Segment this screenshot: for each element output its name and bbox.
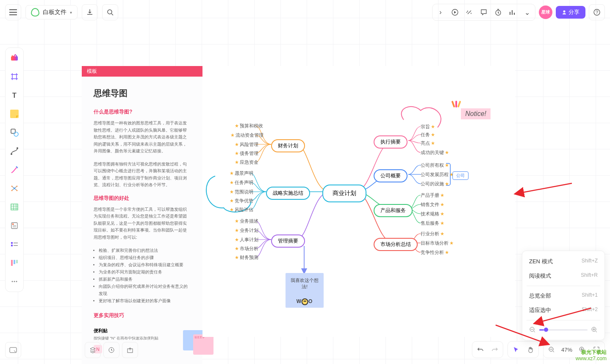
mindmap-leaf[interactable]: 宗旨★ <box>421 124 436 130</box>
sticky-note[interactable]: 我喜欢这个想法! WO <box>286 273 324 308</box>
zoom-out-icon[interactable] <box>544 342 559 357</box>
text-tool-icon[interactable]: T <box>8 88 21 102</box>
mindmap-leaf[interactable]: ★流动资金管理 <box>230 132 263 138</box>
share-button[interactable]: 分享 <box>556 6 585 19</box>
mindmap-tag[interactable]: 公司 <box>452 171 469 180</box>
watermark: 极光下载站 www.xz7.com <box>576 349 607 362</box>
mindmap-leaf[interactable]: 公司所有权★ <box>421 163 450 168</box>
mindmap-center-node[interactable]: 商业计划 <box>322 185 366 202</box>
mindmap-leaf[interactable]: ★市场分析 <box>234 246 258 252</box>
mindmap-leaf[interactable]: ★财务预测 <box>234 255 258 261</box>
history-icon[interactable] <box>103 342 119 358</box>
mindmap-leaf[interactable]: 行业分析★ <box>421 231 445 237</box>
cursor-tool-icon[interactable] <box>509 342 523 357</box>
redo-icon[interactable] <box>488 342 502 357</box>
shape-tool-icon[interactable] <box>8 126 21 139</box>
zoom-in-icon[interactable] <box>591 326 598 333</box>
mindmap-leaf[interactable]: 公司发展历程★ <box>421 172 455 178</box>
ctx-zen[interactable]: ZEN 模式Shift+Z <box>522 254 604 269</box>
table-tool-icon[interactable] <box>8 200 21 214</box>
comment-icon[interactable] <box>477 5 491 19</box>
notice-callout[interactable]: Notice! <box>461 108 491 119</box>
mindmap-node[interactable]: 公司概要 <box>374 169 408 182</box>
kanban-tool-icon[interactable] <box>8 256 21 270</box>
mindmap-leaf[interactable]: ★愿景声明 <box>229 171 253 176</box>
sticky-tool-icon[interactable] <box>8 107 21 121</box>
minimap-icon[interactable] <box>5 342 21 358</box>
mindmap-leaf[interactable]: 销售文件★ <box>421 202 445 208</box>
image-tool-icon[interactable] <box>8 51 21 65</box>
more-chevron-icon[interactable]: ⌄ <box>520 5 534 19</box>
zoom-value[interactable]: 47% <box>559 347 575 353</box>
annotation-arrow <box>517 180 576 197</box>
more-tools-icon[interactable] <box>8 275 21 288</box>
mindmap-leaf[interactable]: 技术规格★ <box>421 211 445 217</box>
mindmap-leaf[interactable]: ★业务描述 <box>234 218 258 224</box>
zoom-slider[interactable] <box>539 329 588 331</box>
hand-tool-icon[interactable] <box>523 342 538 357</box>
mindmap-leaf[interactable]: 公司的设施★ <box>421 181 450 187</box>
woo-emoji: WO <box>297 298 313 305</box>
mindmap-leaf[interactable]: ★任务声明 <box>229 180 253 186</box>
mindmap-leaf[interactable]: ★范围说明 <box>229 189 253 195</box>
mindmap-node[interactable]: 管理摘要 <box>271 234 305 248</box>
template-text: 思维导图拥有独特方法可视化思维的发散过程，勾可以围绕中心概念进行思考，并脑和某项… <box>94 161 191 189</box>
mindmap-leaf[interactable]: 成功的关键★ <box>421 150 450 156</box>
mindmap-tool-icon[interactable] <box>8 182 21 195</box>
play-icon[interactable] <box>448 5 462 19</box>
pen-tool-icon[interactable] <box>8 163 21 176</box>
mindmap-leaf[interactable]: ★业务计划 <box>234 228 258 234</box>
tip-text: 按快捷键 "N" 在画布中快速添加便利贴 <box>94 336 191 342</box>
mindmap-node[interactable]: 产品和服务 <box>374 204 413 217</box>
bottom-center-toolbar <box>85 342 138 358</box>
ctx-read[interactable]: 阅读模式Shift+R <box>522 269 604 283</box>
list-tool-icon[interactable] <box>8 237 21 251</box>
mindmap-node[interactable]: 战略实施总结 <box>266 187 310 200</box>
mindmap-canvas[interactable]: 商业计划 财务计划 战略实施总结 管理摘要 执行摘要 公司概要 产品和服务 市场… <box>202 66 515 337</box>
user-avatar[interactable]: 星球 <box>539 6 552 19</box>
svg-point-12 <box>14 188 15 189</box>
ctx-zoom-slider[interactable] <box>522 323 604 336</box>
svg-rect-20 <box>11 242 13 244</box>
timer-icon[interactable] <box>491 5 505 19</box>
chart-icon[interactable] <box>505 5 520 19</box>
file-dropdown[interactable]: 白板文件 ▾ <box>25 5 78 19</box>
mindmap-leaf[interactable]: 目标市场分析★ <box>421 240 455 246</box>
download-icon[interactable] <box>82 4 98 20</box>
mindmap-leaf[interactable]: 售后服务★ <box>421 221 445 226</box>
mindmap-leaf[interactable]: ★竞争优势 <box>229 198 253 204</box>
mindmap-leaf[interactable]: ★债务管理 <box>234 151 258 157</box>
help-icon[interactable]: ? <box>589 4 605 20</box>
chevron-right-icon[interactable]: › <box>433 5 448 19</box>
mindmap-node[interactable]: 财务计划 <box>271 139 305 152</box>
hamburger-icon[interactable] <box>5 4 21 20</box>
template-title: 思维导图 <box>94 88 191 99</box>
mindmap-leaf[interactable]: ★风险管理 <box>234 142 258 148</box>
connector-tool-icon[interactable] <box>8 144 21 158</box>
sticky-preview: 双击文字 <box>193 334 214 355</box>
sparkle-icon[interactable] <box>462 5 477 19</box>
frame-tool-icon[interactable] <box>8 70 21 83</box>
mindmap-leaf[interactable]: 亮点★ <box>421 141 436 146</box>
section-heading: 思维导图的好处 <box>94 195 191 202</box>
mindmap-leaf[interactable]: ★风险评估 <box>229 207 253 213</box>
ctx-fit[interactable]: 适应选中Shift+2 <box>522 303 604 317</box>
template-banner: 模板 <box>82 66 202 77</box>
ctx-overview[interactable]: 总览全部Shift+1 <box>522 289 604 303</box>
svg-point-11 <box>17 147 18 149</box>
zoom-out-icon[interactable] <box>529 326 536 333</box>
export-icon[interactable] <box>122 342 138 358</box>
layers-icon[interactable] <box>85 342 101 358</box>
search-icon[interactable] <box>102 4 118 20</box>
mindmap-leaf[interactable]: 竞争性分析★ <box>421 250 450 256</box>
mindmap-leaf[interactable]: 产品手册★ <box>421 193 445 199</box>
mindmap-node[interactable]: 执行摘要 <box>374 135 408 149</box>
doc-tool-icon[interactable] <box>8 219 21 232</box>
mindmap-leaf[interactable]: 任务★ <box>421 132 436 138</box>
mindmap-leaf[interactable]: ★预算和税收 <box>234 123 263 129</box>
mindmap-leaf[interactable]: ★应急资金 <box>234 160 258 165</box>
undo-icon[interactable] <box>473 342 488 357</box>
mindmap-leaf[interactable]: ★人事计划 <box>234 237 258 243</box>
svg-rect-21 <box>11 245 13 246</box>
mindmap-node[interactable]: 市场分析总结 <box>374 238 418 251</box>
